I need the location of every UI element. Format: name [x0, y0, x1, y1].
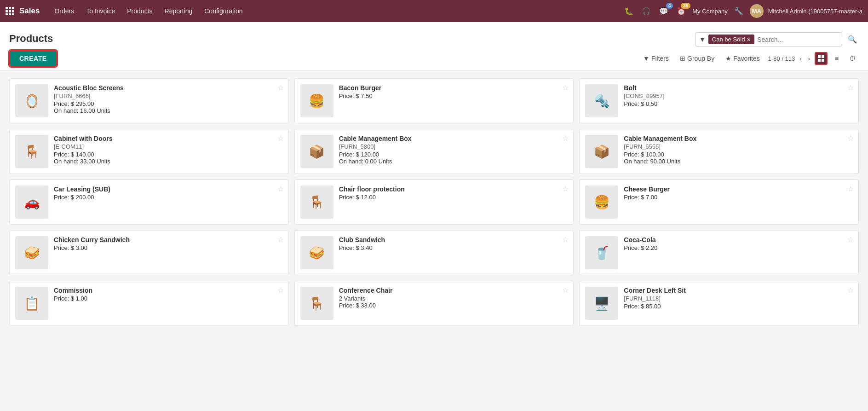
nav-to-invoice[interactable]: To Invoice	[80, 5, 121, 17]
apps-menu-button[interactable]	[6, 7, 14, 15]
svg-rect-0	[6, 7, 8, 9]
filter-tag-remove[interactable]: ×	[747, 35, 751, 43]
favorite-star-button[interactable]: ☆	[562, 235, 569, 244]
favorite-star-button[interactable]: ☆	[277, 134, 284, 143]
product-price: Price: $ 85.00	[624, 303, 853, 310]
svg-rect-3	[6, 10, 8, 12]
search-button[interactable]: 🔍	[846, 33, 859, 46]
product-info: Club Sandwich Price: $ 3.40	[339, 236, 568, 251]
product-image: 🍔	[300, 84, 333, 117]
favorite-star-button[interactable]: ☆	[847, 235, 854, 244]
product-price: Price: $ 7.50	[339, 93, 568, 99]
favorite-star-button[interactable]: ☆	[277, 185, 284, 193]
product-name: Coca-Cola	[624, 236, 853, 243]
favorite-star-button[interactable]: ☆	[277, 83, 284, 92]
product-card[interactable]: 📦 Cable Management Box [FURN_5555] Price…	[579, 129, 859, 174]
product-image: 🥪	[15, 236, 48, 269]
product-image: 🪑	[15, 135, 48, 168]
product-name: Corner Desk Left Sit	[624, 287, 853, 294]
prev-page-button[interactable]: ‹	[798, 54, 803, 63]
groupby-button[interactable]: ⊞ Group By	[675, 52, 719, 64]
svg-rect-2	[12, 7, 14, 9]
favorite-star-button[interactable]: ☆	[562, 185, 569, 193]
product-onhand: On hand: 0.00 Units	[339, 158, 568, 165]
product-info: Chair floor protection Price: $ 12.00	[339, 185, 568, 201]
product-code: [FURN_1118]	[624, 295, 853, 302]
pagination-label: 1-80 / 113	[768, 55, 795, 62]
product-image: 🔩	[585, 84, 618, 117]
product-card[interactable]: 🪞 Acoustic Bloc Screens [FURN_6666] Pric…	[9, 78, 289, 123]
favorite-star-button[interactable]: ☆	[277, 286, 284, 295]
user-name: Mitchell Admin (19005757-master-a	[768, 8, 862, 15]
product-info: Acoustic Bloc Screens [FURN_6666] Price:…	[54, 84, 283, 114]
nav-configuration[interactable]: Configuration	[199, 5, 248, 17]
favorite-star-button[interactable]: ☆	[562, 134, 569, 143]
activity-badge: 36	[681, 3, 690, 9]
avatar[interactable]: MA	[750, 4, 764, 18]
kanban-view-button[interactable]	[815, 52, 828, 65]
nav-orders[interactable]: Orders	[49, 5, 80, 17]
favorite-star-button[interactable]: ☆	[847, 83, 854, 92]
product-price: Price: $ 1.00	[54, 295, 283, 302]
filter-tag-can-be-sold[interactable]: Can be Sold ×	[708, 35, 754, 44]
nav-products[interactable]: Products	[121, 5, 158, 17]
page-header: Products ▼ Can be Sold × 🔍 CREATE ▼ Filt…	[0, 22, 868, 71]
favorite-star-button[interactable]: ☆	[847, 134, 854, 143]
product-card[interactable]: 🪑 Cabinet with Doors [E-COM11] Price: $ …	[9, 129, 289, 174]
product-price: Price: $ 120.00	[339, 151, 568, 158]
product-price: Price: $ 200.00	[54, 194, 283, 201]
next-page-button[interactable]: ›	[806, 54, 812, 63]
favorites-button[interactable]: ★ Favorites	[721, 52, 765, 64]
svg-rect-11	[818, 59, 821, 62]
filters-button[interactable]: ▼ Filters	[638, 52, 673, 64]
activity-view-button[interactable]: ⏱	[846, 52, 859, 65]
create-button[interactable]: CREATE	[9, 50, 57, 67]
product-price: Price: $ 140.00	[54, 151, 283, 158]
product-card[interactable]: 🚗 Car Leasing (SUB) Price: $ 200.00 ☆	[9, 179, 289, 225]
product-name: Acoustic Bloc Screens	[54, 84, 283, 92]
product-card[interactable]: 🍔 Bacon Burger Price: $ 7.50 ☆	[294, 78, 574, 123]
search-input[interactable]	[757, 36, 838, 43]
favorite-star-button[interactable]: ☆	[847, 286, 854, 295]
svg-rect-8	[12, 13, 14, 15]
product-name: Chicken Curry Sandwich	[54, 236, 283, 243]
product-image: 📦	[585, 135, 618, 168]
nav-reporting[interactable]: Reporting	[159, 5, 198, 17]
product-card[interactable]: 🍔 Cheese Burger Price: $ 7.00 ☆	[579, 179, 859, 225]
product-card[interactable]: 🔩 Bolt [CONS_89957] Price: $ 0.50 ☆	[579, 78, 859, 123]
svg-rect-7	[9, 13, 11, 15]
svg-rect-4	[9, 10, 11, 12]
product-card[interactable]: 🥤 Coca-Cola Price: $ 2.20 ☆	[579, 230, 859, 275]
filter-tag-label: Can be Sold	[712, 36, 745, 43]
favorite-star-button[interactable]: ☆	[277, 235, 284, 244]
favorite-star-button[interactable]: ☆	[847, 185, 854, 193]
product-info: Bolt [CONS_89957] Price: $ 0.50	[624, 84, 853, 107]
product-price: Price: $ 3.00	[54, 244, 283, 251]
product-name: Cabinet with Doors	[54, 135, 283, 142]
support-icon[interactable]: 🎧	[640, 5, 653, 17]
settings-icon[interactable]: 🔧	[732, 5, 745, 17]
favorite-star-button[interactable]: ☆	[562, 286, 569, 295]
activity-icon[interactable]: ⏰ 36	[675, 5, 688, 17]
product-info: Cable Management Box [FURN_5555] Price: …	[624, 135, 853, 165]
product-card[interactable]: 🥪 Chicken Curry Sandwich Price: $ 3.00 ☆	[9, 230, 289, 275]
product-card[interactable]: 🖥️ Corner Desk Left Sit [FURN_1118] Pric…	[579, 281, 859, 326]
product-card[interactable]: 📋 Commission Price: $ 1.00 ☆	[9, 281, 289, 326]
chat-icon[interactable]: 💬 4	[657, 5, 670, 17]
product-card[interactable]: 🪑 Chair floor protection Price: $ 12.00 …	[294, 179, 574, 225]
bug-icon[interactable]: 🐛	[622, 5, 635, 17]
product-card[interactable]: 🪑 Conference Chair 2 Variants Price: $ 3…	[294, 281, 574, 326]
list-view-button[interactable]: ≡	[830, 52, 843, 65]
product-price: Price: $ 295.00	[54, 100, 283, 107]
product-code: [E-COM11]	[54, 143, 283, 150]
company-name[interactable]: My Company	[692, 8, 728, 15]
product-price: Price: $ 0.50	[624, 100, 853, 107]
product-image: 🪑	[300, 185, 333, 219]
favorite-star-button[interactable]: ☆	[562, 83, 569, 92]
product-name: Bacon Burger	[339, 84, 568, 92]
product-card[interactable]: 🥪 Club Sandwich Price: $ 3.40 ☆	[294, 230, 574, 275]
product-image: 🥪	[300, 236, 333, 269]
svg-rect-9	[818, 55, 821, 58]
filter-icon: ▼	[699, 36, 706, 43]
product-card[interactable]: 📦 Cable Management Box [FURN_5800] Price…	[294, 129, 574, 174]
